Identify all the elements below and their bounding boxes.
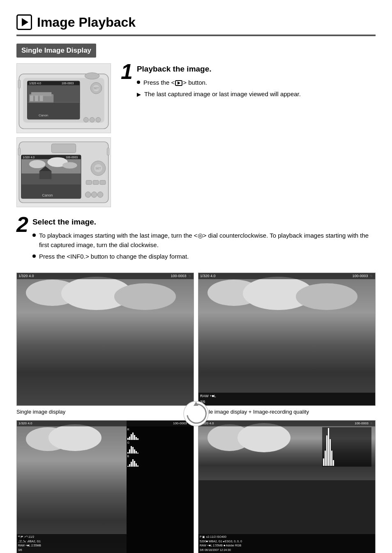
svg-rect-44	[100, 180, 106, 184]
svg-rect-9	[30, 95, 33, 101]
hist-g-bar-2	[129, 449, 130, 454]
svg-text:100-0003: 100-0003	[62, 82, 74, 85]
step1-content: Playback the image. Press the <> button.…	[137, 63, 376, 101]
svg-rect-43	[93, 180, 99, 184]
hist-info-2: 5200■ WBA2, G1	[18, 539, 125, 544]
display-caption-single: Single image display	[16, 408, 65, 416]
quality-line2: 3/6	[200, 399, 374, 405]
play-icon-box	[16, 14, 32, 30]
sh-info-2: 5200■ WBA2, G1 ▸ESG3, 0, 0, 0	[200, 539, 374, 544]
histogram-bottom-info: P ▣ ±2-11/2 5200■ WBA2, G1 RAW +■L 2.55M…	[17, 534, 127, 553]
step2-bullet-2: Press the <INF0.> button to change the d…	[32, 252, 376, 261]
histogram-panel: R G	[127, 426, 194, 553]
svg-rect-48	[18, 148, 20, 155]
screen-top-bar-3: 1/320 4.0 100-0003 ◾	[17, 421, 194, 426]
screen-top-left-3: 1/320 4.0	[18, 421, 32, 426]
screen-content-quality: 1/320 4.0 100-0003 ◾ RAW +■L 3/6	[198, 273, 375, 406]
hist-g-bar-3	[131, 446, 132, 454]
hist-b-bars	[127, 459, 193, 467]
step2-content: Select the image. To playback images sta…	[32, 216, 376, 264]
step2-bullet-1-text: To playback images starting with the las…	[39, 231, 376, 250]
hist-b-label: B	[127, 454, 193, 459]
step2-row: 2 Select the image. To playback images s…	[16, 216, 376, 264]
screen-top-right-2: 100-0003 ◾	[352, 273, 374, 279]
step1-content-wrapper: 1 Playback the image. Press the <> butto…	[121, 63, 376, 101]
svg-text:1/320  4.0: 1/320 4.0	[23, 156, 35, 159]
svg-rect-49	[107, 148, 109, 155]
hist-r-bar-5	[134, 435, 135, 440]
hist-b-bar-1	[127, 466, 129, 467]
svg-rect-22	[18, 80, 20, 88]
step1-heading: Playback the image.	[137, 63, 376, 75]
hist-g-bar-4	[132, 447, 134, 454]
display-screen-shooting-inner: 1/320 4.0 100-0003 ◾ P ▣ ±2-11/2 ISO400 …	[198, 421, 375, 553]
screen-content-histogram: 1/320 4.0 100-0003 ◾ R	[17, 421, 194, 553]
sh-info-1: P ▣ ±2-11/2 ISO400	[200, 535, 374, 539]
svg-text:SET: SET	[95, 167, 101, 170]
hist-r-bar-6	[136, 437, 137, 440]
screen-content-shooting: 1/320 4.0 100-0003 ◾ P ▣ ±2-11/2 ISO400 …	[198, 421, 375, 553]
svg-point-18	[85, 72, 99, 79]
hist-g-bar-6	[136, 451, 137, 454]
svg-point-21	[96, 117, 101, 122]
svg-rect-36	[39, 171, 52, 179]
bullet-dot-1	[137, 81, 140, 84]
cloud-4b	[238, 423, 291, 452]
svg-point-20	[90, 117, 95, 122]
screen-top-right-3: 100-0003 ◾	[173, 421, 192, 426]
hist-b-bar-7	[137, 465, 138, 467]
svg-point-45	[85, 192, 91, 197]
step1-images: 1/320 4.0 100-0003 Canon SET	[16, 63, 111, 207]
display-screen-quality: 1/320 4.0 100-0003 ◾ RAW +■L 3/6	[198, 273, 376, 406]
hist-g-bars	[127, 446, 193, 454]
sh-bar-6	[331, 451, 332, 466]
hist-r-bar-3	[131, 434, 132, 440]
shooting-hist-bars	[323, 428, 371, 466]
step1-bullet-1: Press the <> button.	[137, 78, 376, 88]
svg-text:100-0003: 100-0003	[66, 156, 78, 159]
step2-heading: Select the image.	[32, 216, 376, 228]
hist-g-bar-1	[127, 452, 129, 454]
svg-point-19	[83, 117, 88, 122]
sh-bar-2	[325, 451, 326, 466]
hist-b-bar-2	[129, 464, 130, 467]
sh-bar-4	[328, 428, 329, 466]
screen-top-bar-4: 1/320 4.0 100-0003 ◾	[198, 421, 375, 426]
hist-r-bar-1	[127, 438, 129, 440]
display-cell-quality: 1/320 4.0 100-0003 ◾ RAW +■L 3/6 Single …	[198, 273, 376, 416]
bullet-dot-2	[32, 234, 36, 237]
hist-r-label: R	[127, 428, 193, 432]
sh-bar-1	[323, 458, 324, 466]
hist-r-bar-4	[132, 433, 134, 440]
cloud-2c	[296, 283, 358, 310]
arrow-icon-1: ▶	[137, 90, 141, 99]
screen-top-left-4: 1/320 4.0	[200, 421, 214, 426]
step2-number: 2	[16, 214, 28, 235]
hist-r-bar-2	[129, 437, 130, 440]
svg-text:Canon: Canon	[42, 193, 53, 197]
screen-top-right-4: 100-0003 ◾	[355, 421, 374, 426]
hist-g-label: G	[127, 441, 193, 445]
bullet-dot-3	[32, 255, 36, 258]
hist-b-bar-4	[132, 459, 134, 467]
section-header: Single Image Display	[16, 44, 96, 58]
camera-image-2: 1/320 4.0 100-0003 Canon SET	[16, 137, 111, 207]
display-screen-single: 1/320 4.0 100-0003 ◾	[16, 273, 194, 406]
sh-bar-7	[333, 460, 334, 466]
hist-r-bars	[127, 433, 193, 440]
step1-number: 1	[121, 61, 133, 82]
sh-bar-3	[326, 435, 327, 466]
svg-text:Canon: Canon	[39, 113, 48, 117]
display-screen-quality-inner: 1/320 4.0 100-0003 ◾ RAW +■L 3/6	[198, 273, 375, 406]
page-title: Image Playback	[37, 12, 136, 32]
screen-top-bar-1: 1/320 4.0 100-0003 ◾	[17, 273, 194, 280]
svg-rect-24	[51, 143, 76, 153]
display-cell-shooting: 1/320 4.0 100-0003 ◾ P ▣ ±2-11/2 ISO400 …	[198, 420, 376, 553]
svg-point-46	[91, 192, 97, 197]
page-title-bar: Image Playback	[16, 12, 376, 36]
shooting-info-bottom: P ▣ ±2-11/2 ISO400 5200■ WBA2, G1 ▸ESG3,…	[198, 534, 375, 553]
screen-top-bar-2: 1/320 4.0 100-0003 ◾	[198, 273, 375, 280]
sh-info-4: 3/6 06/18/2007 12:24:30	[200, 548, 374, 553]
sh-bar-5	[330, 439, 331, 466]
hist-info-1: P ▣ ±2-11/2	[18, 535, 125, 539]
